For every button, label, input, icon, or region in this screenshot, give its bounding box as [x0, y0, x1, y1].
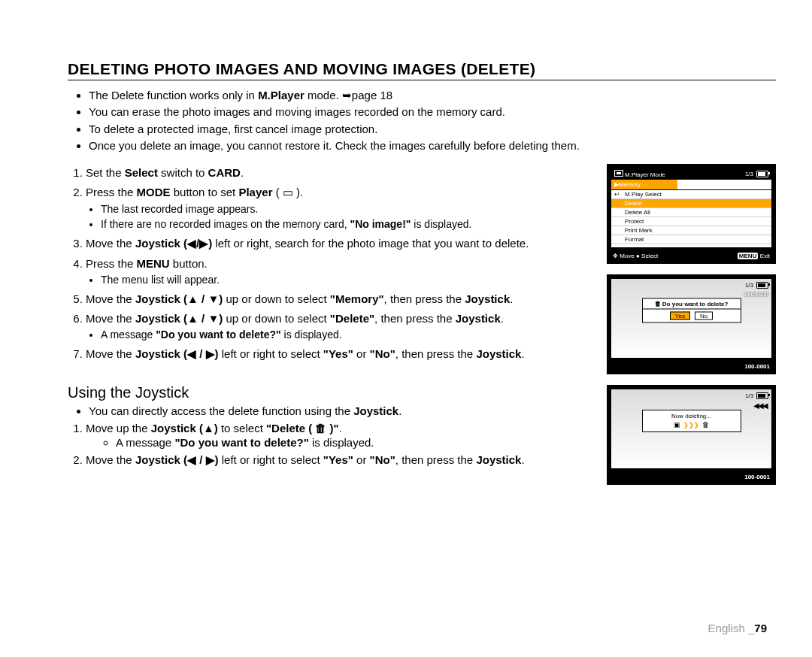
bold-text: "Do you want to delete?"	[156, 328, 281, 341]
text: Move the	[86, 347, 135, 360]
deleting-dialog: Now deleting... ▣ ❯❯❯ 🗑	[642, 410, 741, 432]
text: button to set	[171, 186, 239, 198]
bold-text: Joystick (▲)	[151, 422, 218, 434]
bold-text: Joystick (◀/▶)	[135, 237, 212, 250]
bold-text: Joystick	[476, 453, 521, 466]
text: up or down to select	[223, 312, 330, 325]
menu-row: Delete All	[611, 208, 771, 217]
joystick-heading: Using the Joystick	[68, 384, 592, 401]
text: button.	[170, 257, 208, 270]
text: The Delete function works only in	[89, 89, 258, 101]
text: Set the	[86, 166, 125, 179]
bold-text: Player	[238, 186, 272, 198]
bold-text: Joystick (◀ / ▶)	[135, 453, 219, 466]
bold-text: "No"	[370, 453, 395, 466]
bold-text: Joystick (▲ / ▼)	[135, 292, 223, 305]
dialog-question: 🗑 Do you want to delete?	[643, 299, 741, 310]
bold-text: "Yes"	[323, 453, 353, 466]
step-item: Move the Joystick (◀ / ▶) left or right …	[86, 347, 592, 362]
yes-button: Yes	[670, 312, 690, 320]
player-icon	[614, 170, 623, 177]
text: , then press the	[395, 453, 477, 466]
bold-text: Joystick	[476, 347, 521, 360]
mode-label: M.Player Mode	[625, 171, 665, 178]
sub-bullet: If there are no recorded images on the m…	[101, 217, 592, 232]
menu-row: Print Mark	[611, 226, 771, 235]
text: A message	[101, 328, 156, 341]
joystick-step: Move up the Joystick (▲) to select "Dele…	[86, 422, 592, 449]
bold-text: M.Player	[258, 89, 304, 101]
bold-text: Joystick	[456, 312, 501, 325]
text: left or right to select	[219, 453, 323, 466]
text: Press the	[86, 257, 137, 270]
photo-icon: ▣	[674, 421, 680, 428]
text: Move up the	[86, 422, 151, 434]
text: , then press the	[384, 292, 465, 305]
intro-bullet-list: The Delete function works only in M.Play…	[68, 88, 776, 153]
intro-bullet: You can erase the photo images and movin…	[89, 104, 776, 120]
camera-screenshots: M.Player Mode 1/3 ▶Memory ↩M.Play Select…	[607, 164, 776, 485]
text: switch to	[158, 166, 208, 179]
text: is displayed.	[411, 218, 471, 230]
text: .	[398, 404, 401, 417]
sub-bullet: A message "Do you want to delete?" is di…	[101, 328, 592, 342]
bold-text: MENU	[137, 257, 170, 270]
text: .	[501, 312, 504, 325]
text: .	[521, 347, 524, 360]
text: Press the	[86, 186, 137, 198]
footer-page-number: 79	[754, 622, 767, 634]
text: left or right, search for the photo imag…	[212, 237, 529, 250]
step-item: Press the MODE button to set Player ( ▭ …	[86, 185, 592, 232]
intro-bullet: To delete a protected image, first cance…	[89, 122, 776, 137]
joystick-step: Move the Joystick (◀ / ▶) left or right …	[86, 453, 592, 467]
text: A message	[116, 436, 174, 449]
deleting-text: Now deleting...	[643, 413, 741, 419]
step-item: Move the Joystick (◀/▶) left or right, s…	[86, 236, 592, 251]
text: to select	[218, 422, 266, 434]
text: .	[339, 422, 342, 434]
joystick-block: You can directly access the delete funct…	[68, 404, 592, 467]
sub-bullet: A message "Do you want to delete?" is di…	[116, 436, 592, 449]
text: up or down to select	[223, 292, 330, 305]
bold-text: Joystick	[465, 292, 510, 305]
text: is displayed.	[281, 328, 342, 341]
numbered-steps: Set the Select switch to CARD. Press the…	[68, 165, 592, 362]
text: Move the	[86, 292, 135, 305]
footer-exit-label: Exit	[760, 253, 770, 259]
rewind-icon: ◀◀◀	[753, 401, 767, 410]
intro-bullet: Once you delete an image, you cannot res…	[89, 138, 776, 153]
confirm-dialog: 🗑 Do you want to delete? Yes No	[642, 298, 741, 323]
menu-row: ↩M.Play Select	[611, 190, 771, 199]
no-button: No	[695, 312, 713, 320]
step-item: Move the Joystick (▲ / ▼) up or down to …	[86, 311, 592, 342]
text: or	[353, 347, 370, 360]
text: Move the	[86, 453, 135, 466]
camera-screen-confirm: 1/3 800X600 🗑 Do you want to delete? Yes…	[607, 274, 776, 374]
menu-list: ↩M.Play Select Delete Delete All Protect…	[611, 189, 771, 244]
camera-screen-menu: M.Player Mode 1/3 ▶Memory ↩M.Play Select…	[607, 164, 776, 264]
bold-text: "Memory"	[330, 292, 384, 305]
text: , then press the	[374, 312, 456, 325]
counter-label: 1/3	[745, 171, 753, 177]
bold-text: "Delete"	[330, 312, 374, 325]
bold-text: Joystick (▲ / ▼)	[135, 312, 223, 325]
bold-text: Joystick	[353, 404, 398, 417]
menu-label: M.Play Select	[625, 191, 662, 198]
step-item: Set the Select switch to CARD.	[86, 165, 592, 180]
image-index-label: 100-0001	[744, 474, 770, 480]
text: mode. ➥page 18	[304, 89, 392, 101]
bold-text: MODE	[137, 186, 171, 198]
intro-bullet: The Delete function works only in M.Play…	[89, 88, 776, 103]
text: Move the	[86, 237, 135, 250]
back-icon: ↩	[614, 191, 620, 198]
bold-text: Select	[125, 166, 158, 179]
progress-chevrons: ❯❯❯	[683, 422, 699, 428]
text: .	[241, 166, 244, 179]
battery-icon	[756, 171, 768, 177]
page-footer: English _79	[708, 622, 767, 634]
footer-menu-button: MENU	[738, 253, 759, 259]
text: left or right to select	[219, 347, 323, 360]
text: ( ▭ ).	[272, 186, 303, 198]
sub-bullet: The menu list will appear.	[101, 273, 592, 287]
menu-row-highlighted: Delete	[611, 199, 771, 208]
